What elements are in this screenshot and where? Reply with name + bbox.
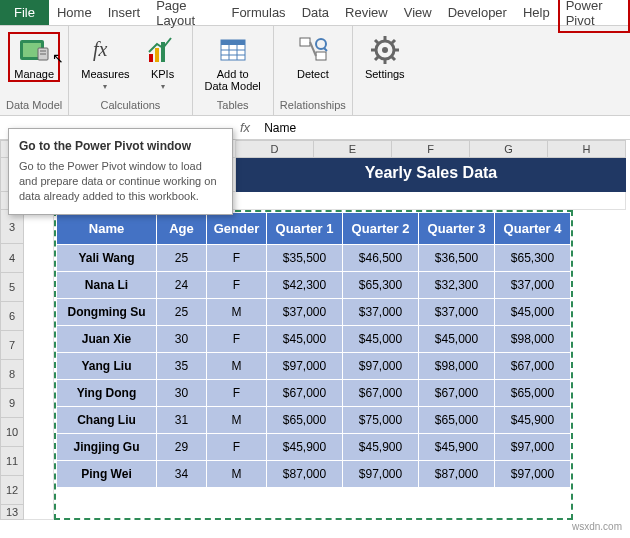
table-cell[interactable]: $45,900 (343, 434, 419, 461)
detect-button[interactable]: Detect (290, 32, 336, 82)
table-cell[interactable]: Yang Liu (57, 353, 157, 380)
table-cell[interactable]: $87,000 (419, 461, 495, 488)
table-cell[interactable]: $46,500 (343, 245, 419, 272)
table-cell[interactable]: $37,000 (419, 299, 495, 326)
table-cell[interactable]: Ying Dong (57, 380, 157, 407)
row-header-13[interactable]: 13 (0, 505, 24, 520)
table-cell[interactable]: $45,000 (495, 299, 571, 326)
tab-power-pivot[interactable]: Power Pivot (558, 0, 630, 33)
tab-help[interactable]: Help (515, 0, 558, 25)
header-q1[interactable]: Quarter 1 (267, 213, 343, 245)
header-q2[interactable]: Quarter 2 (343, 213, 419, 245)
row-header-12[interactable]: 12 (0, 476, 24, 505)
table-cell[interactable]: 25 (157, 299, 207, 326)
table-cell[interactable]: $45,000 (267, 326, 343, 353)
title-cell[interactable]: Yearly Sales Data (236, 158, 626, 192)
col-header-f[interactable]: F (392, 140, 470, 158)
table-cell[interactable]: Jingjing Gu (57, 434, 157, 461)
table-cell[interactable]: $97,000 (343, 461, 419, 488)
table-cell[interactable]: $65,300 (343, 272, 419, 299)
table-cell[interactable]: $45,900 (419, 434, 495, 461)
col-header-h[interactable]: H (548, 140, 626, 158)
table-cell[interactable]: Dongming Su (57, 299, 157, 326)
table-cell[interactable]: 30 (157, 380, 207, 407)
header-q4[interactable]: Quarter 4 (495, 213, 571, 245)
tab-review[interactable]: Review (337, 0, 396, 25)
table-cell[interactable]: $45,900 (267, 434, 343, 461)
tab-insert[interactable]: Insert (100, 0, 149, 25)
tab-data[interactable]: Data (294, 0, 337, 25)
tab-developer[interactable]: Developer (440, 0, 515, 25)
settings-button[interactable]: Settings (359, 32, 411, 82)
add-to-data-model-button[interactable]: Add to Data Model (199, 32, 267, 94)
table-cell[interactable]: $37,000 (495, 272, 571, 299)
table-cell[interactable]: $65,300 (495, 245, 571, 272)
tab-view[interactable]: View (396, 0, 440, 25)
table-cell[interactable]: $36,500 (419, 245, 495, 272)
table-cell[interactable]: $87,000 (267, 461, 343, 488)
table-cell[interactable]: 35 (157, 353, 207, 380)
table-cell[interactable]: $98,000 (495, 326, 571, 353)
kpis-button[interactable]: KPIs ▾ (140, 32, 186, 93)
fx-icon[interactable]: fx (232, 120, 258, 135)
table-cell[interactable]: 34 (157, 461, 207, 488)
table-cell[interactable]: $37,000 (267, 299, 343, 326)
tab-formulas[interactable]: Formulas (223, 0, 293, 25)
table-cell[interactable]: $97,000 (343, 353, 419, 380)
table-cell[interactable]: $32,300 (419, 272, 495, 299)
formula-input[interactable] (258, 118, 630, 138)
table-cell[interactable]: M (207, 407, 267, 434)
table-cell[interactable]: $67,000 (267, 380, 343, 407)
table-cell[interactable]: $97,000 (495, 461, 571, 488)
header-age[interactable]: Age (157, 213, 207, 245)
table-cell[interactable]: $65,000 (419, 407, 495, 434)
row-header-11[interactable]: 11 (0, 447, 24, 476)
col-header-d[interactable]: D (236, 140, 314, 158)
table-cell[interactable]: $97,000 (267, 353, 343, 380)
header-q3[interactable]: Quarter 3 (419, 213, 495, 245)
table-cell[interactable]: 29 (157, 434, 207, 461)
table-cell[interactable]: Yali Wang (57, 245, 157, 272)
table-cell[interactable]: $42,300 (267, 272, 343, 299)
table-cell[interactable]: F (207, 272, 267, 299)
table-cell[interactable]: F (207, 380, 267, 407)
row-header-3[interactable]: 3 (0, 210, 24, 244)
row-header-9[interactable]: 9 (0, 389, 24, 418)
file-tab[interactable]: File (0, 0, 49, 25)
row-header-6[interactable]: 6 (0, 302, 24, 331)
table-cell[interactable]: M (207, 461, 267, 488)
table-cell[interactable]: $65,000 (267, 407, 343, 434)
measures-button[interactable]: fx Measures ▾ (75, 32, 135, 93)
row-header-5[interactable]: 5 (0, 273, 24, 302)
table-cell[interactable]: $37,000 (343, 299, 419, 326)
col-header-e[interactable]: E (314, 140, 392, 158)
table-cell[interactable]: M (207, 299, 267, 326)
table-cell[interactable]: M (207, 353, 267, 380)
table-cell[interactable]: 31 (157, 407, 207, 434)
table-cell[interactable]: $67,000 (495, 353, 571, 380)
table-cell[interactable]: Nana Li (57, 272, 157, 299)
table-cell[interactable]: $67,000 (419, 380, 495, 407)
header-gender[interactable]: Gender (207, 213, 267, 245)
table-cell[interactable]: 30 (157, 326, 207, 353)
row-header-8[interactable]: 8 (0, 360, 24, 389)
table-cell[interactable]: 24 (157, 272, 207, 299)
table-cell[interactable]: Chang Liu (57, 407, 157, 434)
table-cell[interactable]: F (207, 434, 267, 461)
row-header-10[interactable]: 10 (0, 418, 24, 447)
col-header-g[interactable]: G (470, 140, 548, 158)
table-cell[interactable]: 25 (157, 245, 207, 272)
table-cell[interactable]: $45,000 (343, 326, 419, 353)
tab-home[interactable]: Home (49, 0, 100, 25)
table-cell[interactable]: $45,000 (419, 326, 495, 353)
table-cell[interactable]: Ping Wei (57, 461, 157, 488)
table-cell[interactable]: $97,000 (495, 434, 571, 461)
row-header-4[interactable]: 4 (0, 244, 24, 273)
table-cell[interactable]: $45,900 (495, 407, 571, 434)
table-cell[interactable]: $65,000 (495, 380, 571, 407)
table-cell[interactable]: $67,000 (343, 380, 419, 407)
row-header-7[interactable]: 7 (0, 331, 24, 360)
table-cell[interactable]: $98,000 (419, 353, 495, 380)
table-cell[interactable]: Juan Xie (57, 326, 157, 353)
table-cell[interactable]: $75,000 (343, 407, 419, 434)
